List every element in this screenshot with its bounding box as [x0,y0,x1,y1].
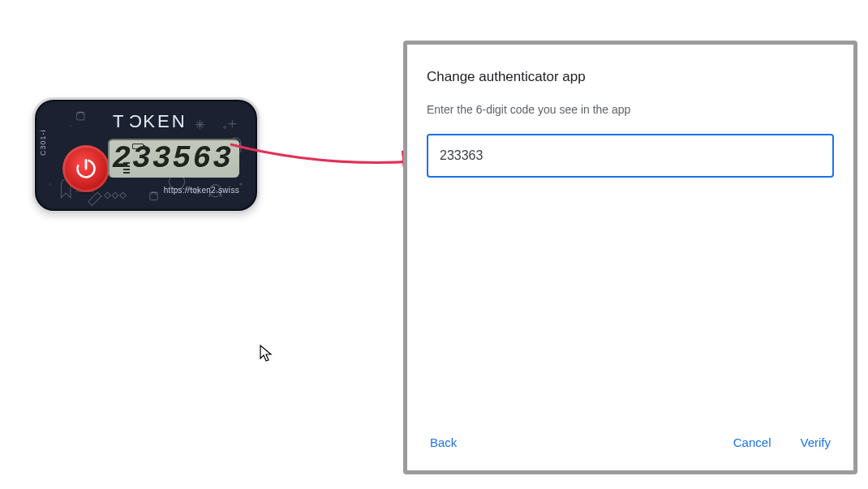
power-icon [75,157,97,180]
verify-button[interactable]: Verify [797,431,834,454]
cancel-button[interactable]: Cancel [730,431,775,454]
change-authenticator-dialog: Change authenticator app Enter the 6-dig… [403,41,857,474]
hardware-token-device: C301-i TCKEN 233563 https://token2.swiss [32,97,260,213]
battery-icon [132,144,144,149]
device-model-label: C301-i [39,129,47,156]
signal-bars-icon [123,157,130,174]
svg-rect-0 [76,112,84,119]
device-brand-label: TCKEN [113,111,187,132]
verification-code-input[interactable] [427,134,834,178]
mouse-cursor-icon [260,345,274,364]
back-button[interactable]: Back [427,431,460,454]
svg-rect-4 [150,192,157,199]
dialog-title: Change authenticator app [427,69,834,85]
dialog-instruction: Enter the 6-digit code you see in the ap… [427,103,834,116]
power-button[interactable] [62,145,110,192]
device-url-label: https://token2.swiss [164,186,239,195]
lcd-screen: 233563 [108,139,239,178]
lcd-code-value: 233563 [112,144,233,174]
